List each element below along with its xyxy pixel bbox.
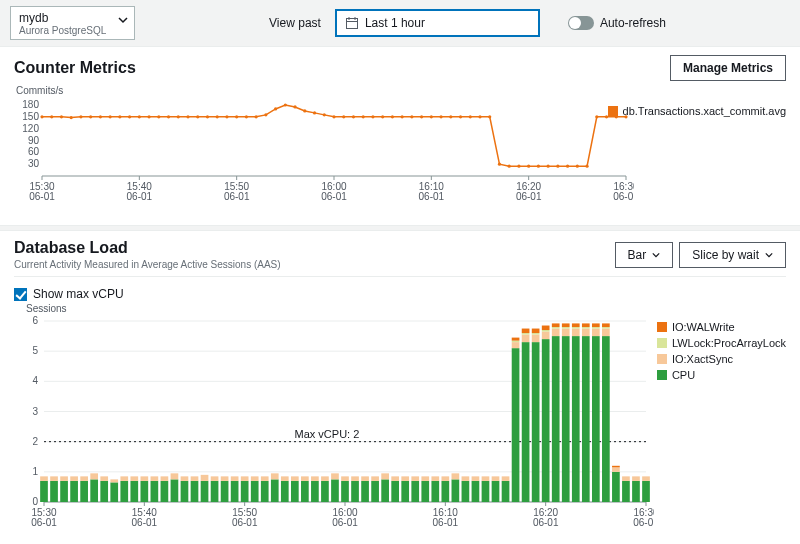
- top-bar: mydb Aurora PostgreSQL View past Last 1 …: [0, 0, 800, 47]
- svg-rect-135: [60, 481, 68, 502]
- svg-rect-195: [361, 481, 369, 502]
- auto-refresh-toggle[interactable]: Auto-refresh: [568, 16, 666, 30]
- svg-rect-160: [181, 476, 189, 481]
- svg-rect-145: [110, 482, 118, 502]
- show-max-vcpu-checkbox[interactable]: Show max vCPU: [14, 287, 786, 301]
- svg-rect-154: [151, 476, 159, 481]
- svg-point-71: [420, 115, 423, 118]
- svg-rect-221: [492, 481, 500, 502]
- svg-text:06-01: 06-01: [127, 191, 153, 202]
- legend-item: db.Transactions.xact_commit.avg: [608, 105, 786, 117]
- svg-rect-263: [602, 327, 610, 329]
- svg-rect-189: [331, 479, 339, 502]
- svg-point-79: [498, 163, 501, 166]
- svg-rect-228: [512, 338, 520, 341]
- svg-rect-253: [582, 336, 590, 502]
- svg-point-81: [517, 165, 520, 168]
- svg-point-73: [439, 115, 442, 118]
- svg-rect-271: [632, 476, 640, 481]
- svg-point-53: [245, 115, 248, 118]
- svg-rect-257: [592, 336, 600, 502]
- svg-point-37: [89, 115, 92, 118]
- svg-text:06-01: 06-01: [533, 517, 559, 528]
- svg-rect-220: [482, 476, 490, 481]
- svg-rect-268: [622, 481, 630, 502]
- svg-text:1: 1: [32, 466, 38, 477]
- svg-rect-136: [60, 476, 68, 481]
- svg-rect-244: [552, 323, 560, 327]
- manage-metrics-button[interactable]: Manage Metrics: [670, 55, 786, 81]
- svg-point-54: [255, 115, 258, 118]
- svg-point-45: [167, 115, 170, 118]
- svg-point-47: [186, 115, 189, 118]
- time-range-selector[interactable]: Last 1 hour: [335, 9, 540, 37]
- chart-type-selector[interactable]: Bar: [615, 242, 674, 268]
- svg-point-66: [371, 115, 374, 118]
- svg-rect-167: [221, 481, 229, 502]
- svg-rect-148: [120, 476, 128, 481]
- svg-text:120: 120: [22, 123, 39, 134]
- svg-rect-199: [381, 479, 389, 502]
- svg-text:6: 6: [32, 315, 38, 326]
- svg-rect-224: [502, 476, 510, 481]
- svg-rect-200: [381, 473, 389, 479]
- svg-point-86: [566, 165, 569, 168]
- db-name: mydb: [19, 11, 126, 25]
- slice-by-selector[interactable]: Slice by wait: [679, 242, 786, 268]
- svg-rect-131: [40, 481, 48, 502]
- svg-rect-229: [522, 342, 530, 502]
- svg-rect-226: [512, 342, 520, 348]
- svg-rect-192: [341, 476, 349, 481]
- load-legend: IO:WALWriteLWLock:ProcArrayLockIO:XactSy…: [657, 321, 786, 381]
- svg-text:06-01: 06-01: [321, 191, 347, 202]
- svg-rect-170: [231, 476, 239, 481]
- svg-rect-164: [201, 475, 209, 481]
- svg-text:06-01: 06-01: [433, 517, 459, 528]
- svg-rect-166: [211, 476, 219, 481]
- svg-rect-182: [291, 476, 299, 481]
- svg-rect-155: [161, 481, 169, 502]
- svg-rect-266: [612, 467, 620, 472]
- svg-point-88: [585, 165, 588, 168]
- svg-text:60: 60: [28, 146, 40, 157]
- svg-point-48: [196, 115, 199, 118]
- legend-swatch: [657, 370, 667, 380]
- svg-point-85: [556, 165, 559, 168]
- svg-rect-261: [602, 336, 610, 502]
- svg-rect-242: [552, 329, 560, 337]
- legend-label: db.Transactions.xact_commit.avg: [623, 105, 786, 117]
- svg-point-43: [147, 115, 150, 118]
- svg-point-39: [109, 115, 112, 118]
- svg-point-83: [537, 165, 540, 168]
- svg-rect-256: [582, 323, 590, 327]
- svg-rect-157: [171, 479, 179, 502]
- svg-rect-212: [441, 476, 449, 481]
- svg-point-78: [488, 115, 491, 118]
- svg-rect-180: [281, 476, 289, 481]
- svg-text:5: 5: [32, 345, 38, 356]
- svg-rect-235: [532, 333, 540, 335]
- svg-rect-250: [572, 329, 580, 337]
- svg-rect-222: [492, 476, 500, 481]
- database-load-title: Database Load: [14, 239, 281, 257]
- svg-rect-173: [251, 481, 259, 502]
- legend-swatch: [608, 106, 618, 116]
- svg-rect-239: [542, 330, 550, 332]
- show-max-vcpu-label: Show max vCPU: [33, 287, 124, 301]
- svg-point-80: [508, 165, 511, 168]
- database-load-subtitle: Current Activity Measured in Average Act…: [14, 259, 281, 270]
- svg-point-44: [157, 115, 160, 118]
- svg-rect-258: [592, 329, 600, 337]
- counter-chart: 30609012015018015:3006-0115:4006-0115:50…: [14, 91, 634, 206]
- svg-rect-142: [90, 473, 98, 479]
- svg-rect-269: [622, 476, 630, 481]
- svg-rect-205: [411, 481, 419, 502]
- svg-rect-158: [171, 473, 179, 479]
- svg-rect-246: [562, 329, 570, 337]
- svg-rect-179: [281, 481, 289, 502]
- svg-rect-217: [472, 481, 480, 502]
- svg-rect-132: [40, 476, 48, 481]
- svg-rect-194: [351, 476, 359, 481]
- database-selector[interactable]: mydb Aurora PostgreSQL: [10, 6, 135, 40]
- svg-rect-168: [221, 476, 229, 481]
